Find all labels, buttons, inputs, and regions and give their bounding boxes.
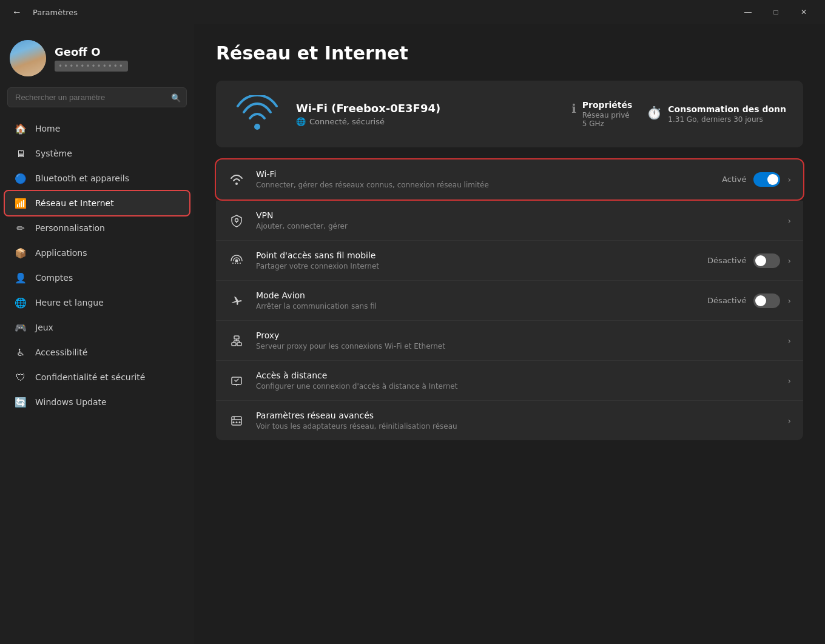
avion-icon — [228, 292, 245, 309]
item-text-avion: Mode Avion Arrêter la communication sans… — [256, 290, 696, 310]
svg-point-1 — [235, 183, 238, 185]
network-icon: 📶 — [15, 197, 27, 209]
sidebar-item-accessibilite[interactable]: ♿ Accessibilité — [5, 340, 189, 364]
heure-icon: 🌐 — [15, 297, 27, 309]
sidebar-item-applications[interactable]: 📦 Applications — [5, 241, 189, 265]
sidebar-item-bluetooth[interactable]: 🔵 Bluetooth et appareils — [5, 166, 189, 190]
accessibilite-icon: ♿ — [15, 346, 27, 358]
svg-rect-7 — [237, 343, 241, 346]
item-text-parametres_avances: Paramètres réseau avancés Voir tous les … — [256, 411, 776, 431]
minimize-button[interactable]: — — [734, 2, 762, 22]
sidebar-item-label: Réseau et Internet — [35, 198, 114, 208]
content-area: Réseau et Internet Wi-Fi (Freebox-0E3F94… — [194, 24, 825, 644]
sidebar-nav: 🏠 Home 🖥 Système 🔵 Bluetooth et appareil… — [0, 116, 194, 415]
properties-label: Propriétés — [582, 100, 633, 110]
wifi-status-card[interactable]: Wi-Fi (Freebox-0E3F94) 🌐 Connecté, sécur… — [216, 81, 803, 147]
wifi-icon — [228, 171, 245, 188]
info-icon: ℹ️ — [571, 101, 576, 116]
windows_update-icon: 🔄 — [15, 396, 27, 408]
wifi-ssid-name: Wi-Fi (Freebox-0E3F94) — [296, 102, 557, 115]
sidebar-item-label: Jeux — [35, 323, 53, 332]
sidebar-item-heure[interactable]: 🌐 Heure et langue — [5, 290, 189, 315]
acces_distance-icon — [228, 372, 245, 389]
sidebar-item-network[interactable]: 📶 Réseau et Internet — [5, 191, 189, 215]
sidebar-item-label: Confidentialité et sécurité — [35, 372, 145, 382]
item-right-wifi: Activé › — [722, 172, 791, 187]
settings-item-acces_distance[interactable]: Accès à distance Configurer une connexio… — [216, 361, 803, 401]
settings-item-hotspot[interactable]: Point d'accès sans fil mobile Partager v… — [216, 241, 803, 281]
user-profile[interactable]: Geoff O •••••••••••• — [0, 34, 194, 87]
svg-point-21 — [239, 421, 241, 423]
back-button[interactable]: ← — [7, 4, 27, 20]
toggle-label-avion: Désactivé — [707, 296, 746, 305]
item-right-acces_distance: › — [787, 376, 791, 386]
item-text-vpn: VPN Ajouter, connecter, gérer — [256, 210, 776, 230]
sidebar: Geoff O •••••••••••• 🔍 🏠 Home 🖥 Système … — [0, 24, 194, 644]
sidebar-item-label: Applications — [35, 248, 87, 258]
sidebar-item-windows_update[interactable]: 🔄 Windows Update — [5, 390, 189, 414]
titlebar: ← Paramètres — □ ✕ — [0, 0, 825, 24]
jeux-icon: 🎮 — [15, 321, 27, 334]
consumption-icon: ⏱️ — [647, 106, 662, 120]
svg-point-4 — [235, 259, 238, 262]
sidebar-item-label: Comptes — [35, 273, 73, 283]
sidebar-item-label: Accessibilité — [35, 347, 87, 357]
item-title-parametres_avances: Paramètres réseau avancés — [256, 411, 776, 420]
close-button[interactable]: ✕ — [790, 2, 818, 22]
sidebar-item-system[interactable]: 🖥 Système — [5, 141, 189, 166]
personalisation-icon: ✏️ — [15, 222, 27, 234]
settings-item-avion[interactable]: Mode Avion Arrêter la communication sans… — [216, 281, 803, 321]
chevron-icon: › — [787, 216, 791, 226]
sidebar-item-label: Heure et langue — [35, 298, 104, 307]
settings-item-vpn[interactable]: VPN Ajouter, connecter, gérer › — [216, 201, 803, 241]
svg-rect-8 — [234, 336, 239, 339]
toggle-hotspot[interactable] — [753, 253, 780, 268]
settings-item-wifi[interactable]: Wi-Fi Connecter, gérer des réseaux connu… — [216, 159, 803, 200]
sidebar-item-home[interactable]: 🏠 Home — [5, 116, 189, 141]
toggle-wifi[interactable] — [753, 172, 780, 187]
wifi-prop-consumption[interactable]: ⏱️ Consommation des donn 1.31 Go, dernie… — [647, 104, 786, 124]
item-right-vpn: › — [787, 216, 791, 226]
settings-list: Wi-Fi Connecter, gérer des réseaux connu… — [216, 159, 803, 440]
chevron-icon: › — [787, 256, 791, 266]
item-subtitle-hotspot: Partager votre connexion Internet — [256, 262, 696, 270]
page-title: Réseau et Internet — [216, 42, 803, 64]
toggle-label-hotspot: Désactivé — [707, 256, 746, 265]
item-title-vpn: VPN — [256, 210, 776, 220]
svg-point-20 — [236, 421, 238, 423]
search-input[interactable] — [7, 87, 187, 107]
settings-item-parametres_avances[interactable]: Paramètres réseau avancés Voir tous les … — [216, 401, 803, 440]
item-right-avion: Désactivé › — [707, 293, 791, 308]
item-right-hotspot: Désactivé › — [707, 253, 791, 268]
sidebar-item-jeux[interactable]: 🎮 Jeux — [5, 315, 189, 340]
chevron-icon: › — [787, 416, 791, 426]
chevron-icon: › — [787, 376, 791, 386]
system-icon: 🖥 — [15, 147, 27, 159]
hotspot-icon — [228, 252, 245, 269]
item-text-hotspot: Point d'accès sans fil mobile Partager v… — [256, 250, 696, 270]
bluetooth-icon: 🔵 — [15, 172, 27, 184]
chevron-icon: › — [787, 175, 791, 184]
item-subtitle-vpn: Ajouter, connecter, gérer — [256, 222, 776, 230]
search-icon: 🔍 — [171, 93, 181, 102]
item-title-wifi: Wi-Fi — [256, 169, 711, 179]
avatar — [10, 40, 46, 76]
wifi-prop-properties[interactable]: ℹ️ Propriétés Réseau privé5 GHz — [571, 100, 632, 128]
home-icon: 🏠 — [15, 122, 27, 135]
item-text-proxy: Proxy Serveur proxy pour les connexions … — [256, 330, 776, 351]
item-text-acces_distance: Accès à distance Configurer une connexio… — [256, 371, 776, 391]
sidebar-item-confidentialite[interactable]: 🛡 Confidentialité et sécurité — [5, 365, 189, 389]
toggle-avion[interactable] — [753, 293, 780, 308]
wifi-info: Wi-Fi (Freebox-0E3F94) 🌐 Connecté, sécur… — [296, 102, 557, 126]
svg-rect-6 — [232, 343, 236, 346]
item-right-parametres_avances: › — [787, 416, 791, 426]
sidebar-item-personalisation[interactable]: ✏️ Personnalisation — [5, 216, 189, 240]
sidebar-item-label: Home — [35, 124, 60, 133]
sidebar-item-comptes[interactable]: 👤 Comptes — [5, 266, 189, 290]
item-subtitle-acces_distance: Configurer une connexion d'accès à dista… — [256, 382, 776, 391]
item-text-wifi: Wi-Fi Connecter, gérer des réseaux connu… — [256, 169, 711, 189]
proxy-icon — [228, 332, 245, 349]
settings-item-proxy[interactable]: Proxy Serveur proxy pour les connexions … — [216, 321, 803, 361]
sidebar-item-label: Système — [35, 149, 72, 158]
maximize-button[interactable]: □ — [762, 2, 790, 22]
